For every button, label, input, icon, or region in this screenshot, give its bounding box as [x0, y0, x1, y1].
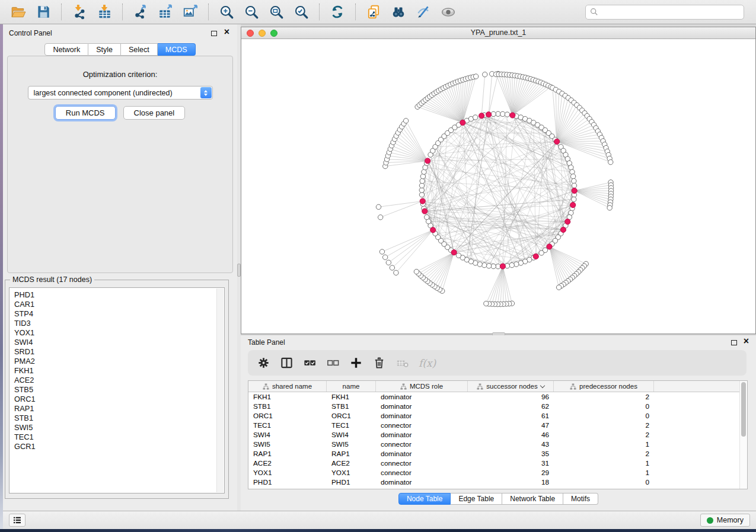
- mcds-result-item[interactable]: TEC1: [14, 432, 224, 442]
- column-header-successor-nodes[interactable]: successor nodes: [468, 381, 554, 392]
- save-session-icon[interactable]: [33, 3, 53, 21]
- cell-name: PHD1: [327, 477, 376, 487]
- network-window-titlebar: YPA_prune.txt_1: [241, 27, 755, 39]
- table-row[interactable]: TEC1TEC1connector472: [248, 421, 747, 430]
- window-minimize-button[interactable]: [259, 30, 266, 37]
- mcds-result-item[interactable]: FKH1: [14, 366, 224, 376]
- mcds-result-item[interactable]: PHD1: [14, 290, 224, 300]
- task-history-button[interactable]: [9, 514, 25, 527]
- settings-gear-icon[interactable]: [257, 356, 270, 370]
- mcds-result-item[interactable]: STB5: [14, 385, 224, 395]
- toggle-graphics-details-icon[interactable]: [413, 3, 433, 21]
- mcds-result-item[interactable]: GCR1: [14, 442, 224, 451]
- tab-select[interactable]: Select: [121, 43, 158, 56]
- deselect-all-icon[interactable]: [326, 356, 340, 370]
- delete-columns-icon[interactable]: [372, 356, 386, 370]
- column-header-predecessor-nodes[interactable]: predecessor nodes: [554, 381, 654, 392]
- import-network-icon[interactable]: [69, 3, 90, 21]
- float-table-panel-icon[interactable]: [731, 340, 737, 345]
- table-tab-edge-table[interactable]: Edge Table: [451, 493, 502, 505]
- table-row[interactable]: STB1STB1dominator620: [248, 402, 747, 411]
- table-row[interactable]: PHD1PHD1dominator180: [248, 477, 747, 487]
- tab-style[interactable]: Style: [88, 43, 121, 56]
- open-session-icon[interactable]: [8, 3, 28, 21]
- status-bar: Memory: [3, 511, 756, 529]
- close-table-panel-icon[interactable]: ×: [744, 336, 749, 347]
- table-row[interactable]: RAP1RAP1dominator352: [248, 449, 747, 459]
- table-body: FKH1FKH1dominator962STB1STB1dominator620…: [248, 392, 747, 487]
- memory-button[interactable]: Memory: [700, 514, 750, 527]
- cell-predecessor-nodes: 0: [554, 477, 654, 487]
- zoom-fit-icon[interactable]: [266, 3, 286, 21]
- table-header-row: shared namenameMCDS rolesuccessor nodesp…: [248, 381, 747, 392]
- mcds-result-item[interactable]: ORC1: [14, 395, 224, 404]
- zoom-in-icon[interactable]: [216, 3, 237, 21]
- table-tab-motifs[interactable]: Motifs: [563, 493, 598, 505]
- mcds-result-item[interactable]: RAP1: [14, 404, 224, 414]
- close-panel-button[interactable]: Close panel: [123, 106, 186, 120]
- run-mcds-button[interactable]: Run MCDS: [55, 106, 116, 120]
- column-header-shared-name[interactable]: shared name: [248, 381, 327, 392]
- criterion-dropdown[interactable]: largest connected component (undirected): [28, 86, 213, 100]
- network-graph[interactable]: [241, 39, 755, 334]
- mcds-result-item[interactable]: SRD1: [14, 347, 224, 357]
- table-tab-node-table[interactable]: Node Table: [398, 493, 451, 505]
- show-columns-icon[interactable]: [280, 356, 294, 370]
- export-network-icon[interactable]: [130, 3, 151, 21]
- mcds-result-item[interactable]: TID3: [14, 319, 224, 328]
- scrollbar-thumb[interactable]: [741, 382, 746, 437]
- mcds-result-item[interactable]: ACE2: [14, 376, 224, 385]
- list-scrollbar[interactable]: [216, 289, 224, 492]
- zoom-selected-icon[interactable]: [291, 3, 311, 21]
- mcds-result-item[interactable]: CAR1: [14, 300, 224, 309]
- table-row[interactable]: SWI5SWI5connector431: [248, 440, 747, 449]
- task-list-icon: [12, 515, 23, 525]
- table-scrollbar[interactable]: [739, 381, 747, 489]
- export-table-icon[interactable]: [155, 3, 176, 21]
- zoom-out-icon[interactable]: [241, 3, 261, 21]
- mcds-result-list[interactable]: PHD1CAR1STP4TID3YOX1SWI4SRD1PMA2FKH1ACE2…: [9, 287, 225, 493]
- cell-predecessor-nodes: 1: [554, 440, 654, 449]
- search-box[interactable]: [585, 5, 744, 20]
- node-table: shared namenameMCDS rolesuccessor nodesp…: [248, 380, 748, 489]
- mcds-result-item[interactable]: SWI4: [14, 338, 224, 347]
- close-panel-icon[interactable]: ×: [224, 27, 229, 37]
- tab-network[interactable]: Network: [44, 43, 88, 56]
- tab-mcds[interactable]: MCDS: [158, 43, 196, 56]
- import-table-icon[interactable]: [94, 3, 114, 21]
- cell-predecessor-nodes: 0: [554, 411, 654, 421]
- export-image-icon[interactable]: [180, 3, 200, 21]
- cell-predecessor-nodes: 2: [554, 449, 654, 459]
- search-input[interactable]: [601, 8, 739, 16]
- mcds-result-item[interactable]: PMA2: [14, 357, 224, 366]
- table-tab-network-table[interactable]: Network Table: [502, 493, 563, 505]
- mcds-result-item[interactable]: YOX1: [14, 328, 224, 338]
- share-document-icon[interactable]: [363, 3, 384, 21]
- select-all-icon[interactable]: [303, 356, 317, 370]
- column-header-name[interactable]: name: [327, 381, 376, 392]
- float-panel-icon[interactable]: [211, 31, 217, 36]
- cell-name: YOX1: [327, 468, 376, 477]
- cell-successor-nodes: 35: [468, 449, 554, 459]
- window-zoom-button[interactable]: [270, 30, 277, 37]
- mcds-result-item[interactable]: STB1: [14, 414, 224, 423]
- window-close-button[interactable]: [247, 30, 254, 37]
- table-row[interactable]: ORC1ORC1dominator610: [248, 411, 747, 421]
- cell-predecessor-nodes: 0: [554, 402, 654, 411]
- network-canvas[interactable]: [241, 39, 755, 334]
- mcds-result-item[interactable]: STP4: [14, 309, 224, 319]
- table-row[interactable]: SWI4SWI4dominator462: [248, 430, 747, 440]
- show-hide-graphics-icon[interactable]: [438, 3, 458, 21]
- table-row[interactable]: ACE2ACE2connector311: [248, 459, 747, 468]
- cell-successor-nodes: 47: [468, 421, 554, 430]
- mcds-result-group: MCDS result (17 nodes) PHD1CAR1STP4TID3Y…: [5, 275, 229, 499]
- mcds-result-item[interactable]: SWI5: [14, 423, 224, 432]
- control-panel-tabs: NetworkStyleSelectMCDS: [3, 43, 237, 56]
- table-row[interactable]: FKH1FKH1dominator962: [248, 392, 747, 402]
- table-row[interactable]: YOX1YOX1connector291: [248, 468, 747, 477]
- apply-layout-icon[interactable]: [327, 3, 347, 21]
- column-header-MCDS-role[interactable]: MCDS role: [376, 381, 468, 392]
- add-column-icon[interactable]: [349, 356, 363, 370]
- cell-name: ORC1: [327, 411, 376, 421]
- first-neighbors-icon[interactable]: [388, 3, 409, 21]
